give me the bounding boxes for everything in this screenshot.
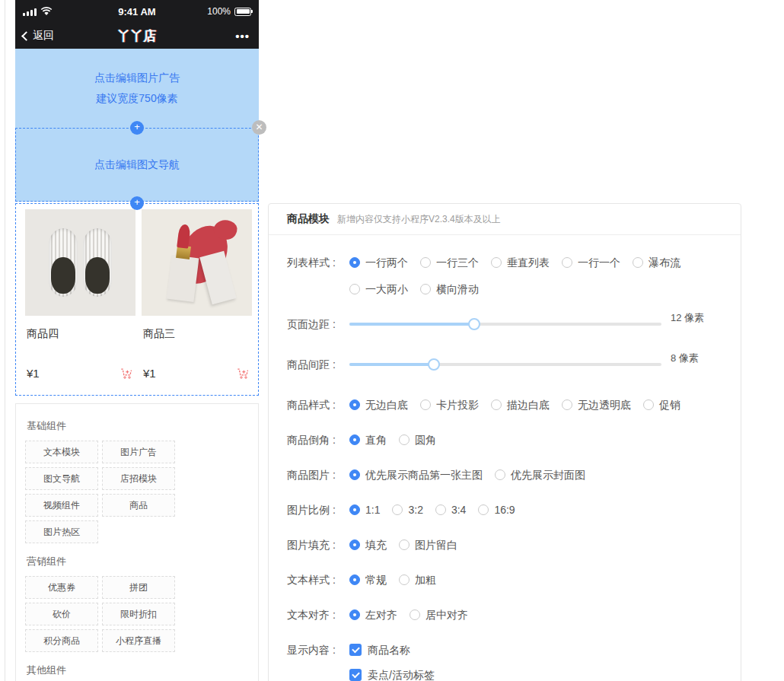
radio-option[interactable]: 居中对齐 — [410, 607, 468, 622]
radio-option[interactable]: 描边白底 — [491, 397, 550, 412]
form-row: 文本样式 :常规加粗 — [287, 572, 722, 587]
product-card[interactable]: 商品三 ¥1 — [142, 209, 252, 380]
radio-icon[interactable] — [349, 469, 360, 480]
radio-option[interactable]: 3:4 — [435, 502, 466, 517]
phone-preview: 9:41 AM 100% 返回 丫丫店 ••• 点击编辑图片广告 建议宽度750… — [15, 0, 259, 49]
radio-icon[interactable] — [633, 257, 643, 268]
radio-option-label: 直角 — [365, 432, 387, 447]
radio-option-label: 3:4 — [451, 502, 466, 517]
radio-option[interactable]: 瀑布流 — [633, 255, 680, 270]
palette-component-button[interactable]: 文本模块 — [25, 441, 98, 463]
radio-option[interactable]: 促销 — [643, 397, 680, 412]
radio-option-label: 瀑布流 — [649, 255, 680, 270]
slider[interactable]: 8 像素 — [349, 357, 699, 372]
radio-option[interactable]: 垂直列表 — [491, 255, 550, 270]
radio-icon[interactable] — [478, 504, 489, 515]
radio-option[interactable]: 16:9 — [478, 502, 515, 517]
radio-option[interactable]: 圆角 — [399, 432, 436, 447]
more-menu-icon[interactable]: ••• — [235, 30, 250, 43]
palette-component-button[interactable]: 优惠券 — [25, 576, 98, 599]
palette-component-button[interactable]: 拼团 — [102, 576, 175, 599]
radio-option[interactable]: 卡片投影 — [420, 397, 479, 412]
radio-option[interactable]: 一行两个 — [349, 255, 408, 270]
radio-icon[interactable] — [349, 434, 360, 445]
palette-component-button[interactable]: 小程序直播 — [102, 629, 175, 652]
slider-thumb[interactable] — [468, 318, 480, 330]
radio-option[interactable]: 一大两小 — [349, 282, 408, 297]
slider-thumb[interactable] — [428, 358, 440, 371]
radio-icon[interactable] — [562, 257, 572, 268]
add-cart-icon[interactable] — [235, 365, 250, 380]
checkbox-icon[interactable] — [349, 669, 362, 681]
radio-option[interactable]: 直角 — [349, 432, 387, 447]
radio-icon[interactable] — [349, 609, 360, 620]
radio-icon[interactable] — [491, 257, 502, 268]
page-left-border — [5, 0, 5, 681]
image-ad-module[interactable]: 点击编辑图片广告 建议宽度750像素 — [15, 49, 259, 128]
slider-track[interactable] — [349, 363, 661, 366]
radio-option-label: 无边透明底 — [578, 397, 631, 412]
slider-track[interactable] — [349, 323, 661, 326]
store-title: 丫丫店 — [15, 27, 259, 45]
form-label: 页面边距 : — [287, 317, 349, 332]
radio-options: 无边白底卡片投影描边白底无边透明底促销 — [349, 397, 715, 412]
radio-option[interactable]: 填充 — [349, 537, 387, 552]
radio-option[interactable]: 图片留白 — [399, 537, 457, 552]
slider[interactable]: 12 像素 — [349, 317, 704, 332]
delete-module-button[interactable]: ✕ — [252, 120, 266, 135]
radio-icon[interactable] — [435, 504, 446, 515]
radio-icon[interactable] — [491, 399, 502, 410]
add-cart-icon[interactable] — [119, 365, 134, 380]
radio-option[interactable]: 一行一个 — [562, 255, 620, 270]
radio-icon[interactable] — [349, 574, 360, 585]
radio-option[interactable]: 一行三个 — [420, 255, 479, 270]
product-module-preview[interactable]: 商品四 ¥1 商品三 ¥1 — [15, 203, 259, 396]
add-module-button[interactable]: + — [130, 121, 144, 135]
radio-icon[interactable] — [349, 399, 360, 410]
radio-icon[interactable] — [410, 609, 420, 620]
radio-option[interactable]: 加粗 — [399, 572, 436, 587]
radio-option[interactable]: 1:1 — [349, 502, 380, 517]
palette-component-button[interactable]: 图片广告 — [102, 441, 175, 463]
checkbox-option[interactable]: 卖点/活动标签 — [349, 667, 435, 681]
radio-option[interactable]: 优先展示商品第一张主图 — [349, 467, 483, 482]
radio-icon[interactable] — [420, 284, 431, 294]
palette-component-button[interactable]: 商品 — [102, 494, 175, 517]
radio-icon[interactable] — [349, 504, 360, 515]
radio-icon[interactable] — [399, 574, 410, 585]
radio-option[interactable]: 左对齐 — [349, 607, 397, 622]
radio-icon[interactable] — [562, 399, 572, 410]
radio-icon[interactable] — [399, 434, 410, 445]
palette-component-button[interactable]: 限时折扣 — [102, 603, 175, 625]
radio-option[interactable]: 常规 — [349, 572, 387, 587]
radio-icon[interactable] — [392, 504, 403, 515]
radio-option[interactable]: 优先展示封面图 — [495, 467, 585, 482]
radio-option[interactable]: 无边白底 — [349, 397, 408, 412]
radio-option[interactable]: 横向滑动 — [420, 282, 479, 297]
radio-option[interactable]: 无边透明底 — [562, 397, 631, 412]
settings-header: 商品模块 新增内容仅支持小程序V2.3.4版本及以上 — [269, 204, 741, 235]
radio-option[interactable]: 3:2 — [392, 502, 422, 517]
radio-icon[interactable] — [420, 257, 431, 268]
radio-icon[interactable] — [349, 539, 360, 550]
palette-component-button[interactable]: 视频组件 — [25, 494, 98, 517]
checkbox-options: 商品名称卖点/活动标签 — [349, 642, 435, 681]
radio-icon[interactable] — [495, 469, 505, 480]
add-module-button[interactable]: + — [130, 196, 144, 210]
radio-icon[interactable] — [349, 284, 360, 294]
product-card[interactable]: 商品四 ¥1 — [25, 209, 135, 380]
palette-component-button[interactable]: 图文导航 — [25, 467, 98, 490]
radio-icon[interactable] — [420, 399, 431, 410]
radio-options: 左对齐居中对齐 — [349, 607, 715, 622]
checkbox-option[interactable]: 商品名称 — [349, 642, 435, 657]
checkbox-icon[interactable] — [349, 644, 362, 656]
radio-icon[interactable] — [643, 399, 654, 410]
radio-options: 1:13:23:416:9 — [349, 502, 715, 517]
text-nav-module[interactable]: 点击编辑图文导航 — [15, 128, 259, 202]
palette-component-button[interactable]: 积分商品 — [25, 629, 98, 652]
palette-component-button[interactable]: 店招模块 — [102, 467, 175, 490]
radio-icon[interactable] — [399, 539, 410, 550]
palette-component-button[interactable]: 砍价 — [25, 603, 98, 625]
palette-component-button[interactable]: 图片热区 — [25, 520, 98, 543]
radio-icon[interactable] — [349, 257, 360, 268]
